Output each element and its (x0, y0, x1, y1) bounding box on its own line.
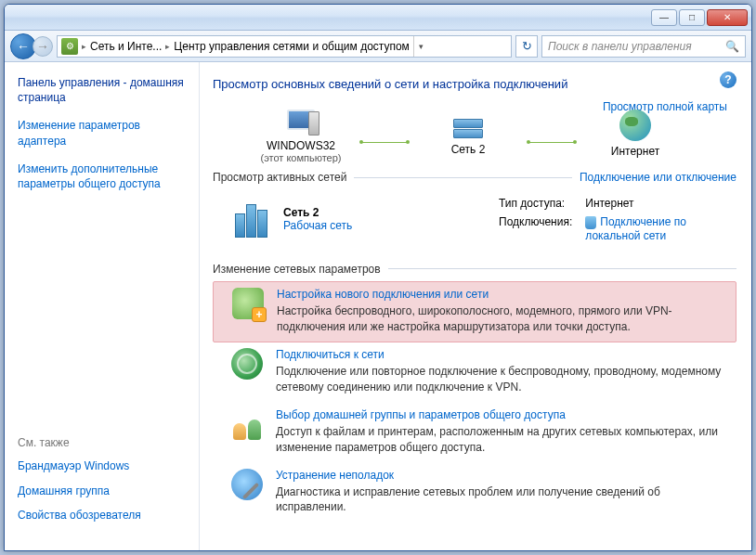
computer-name-label: WINDOWS32 (267, 139, 335, 152)
network-name-label: Сеть 2 (451, 143, 486, 156)
task-desc: Подключение или повторное подключение к … (276, 364, 729, 395)
titlebar: — □ ✕ (5, 5, 751, 31)
full-map-link[interactable]: Просмотр полной карты (603, 100, 727, 113)
sidebar: Панель управления - домашняя страница Из… (5, 62, 200, 550)
minimize-button[interactable]: — (651, 9, 677, 26)
chevron-right-icon: ▸ (82, 42, 86, 51)
navbar: ← → ⚙ ▸ Сеть и Инте... ▸ Центр управлени… (5, 31, 751, 62)
connection-line-icon (361, 142, 408, 143)
advanced-sharing-link[interactable]: Изменить дополнительные параметры общего… (18, 161, 189, 191)
computer-icon (282, 104, 319, 136)
task-desc: Настройка беспроводного, широкополосного… (277, 303, 728, 335)
access-type-value: Интернет (580, 195, 735, 212)
window: — □ ✕ ← → ⚙ ▸ Сеть и Инте... ▸ Центр упр… (4, 4, 752, 551)
connections-label: Подключения: (493, 213, 578, 244)
breadcrumb-sharing-center[interactable]: Центр управления сетями и общим доступом (174, 40, 410, 53)
troubleshoot-icon (231, 469, 263, 500)
network-type-link[interactable]: Рабочая сеть (283, 219, 352, 232)
address-bar[interactable]: ⚙ ▸ Сеть и Инте... ▸ Центр управления се… (57, 35, 512, 58)
breadcrumb-network[interactable]: Сеть и Инте... (90, 40, 162, 53)
map-node-network[interactable]: Сеть 2 (408, 111, 528, 156)
address-dropdown[interactable]: ▾ (413, 36, 428, 57)
ethernet-icon (585, 216, 596, 229)
control-panel-home-link[interactable]: Панель управления - домашняя страница (18, 75, 189, 105)
network-switch-icon (451, 111, 485, 139)
work-network-icon (231, 200, 270, 238)
task-title: Подключиться к сети (276, 348, 729, 361)
lan-connection-link[interactable]: Подключение по локальной сети (585, 215, 686, 242)
task-title: Настройка нового подключения или сети (277, 288, 728, 301)
adapter-settings-link[interactable]: Изменение параметров адаптера (18, 118, 189, 148)
active-networks-label: Просмотр активных сетей (213, 171, 346, 184)
chevron-right-icon: ▸ (165, 42, 170, 51)
new-connection-icon (232, 288, 264, 319)
map-node-internet[interactable]: Интернет (575, 110, 696, 158)
firewall-link[interactable]: Брандмауэр Windows (18, 458, 189, 473)
task-troubleshoot[interactable]: Устранение неполадок Диагностика и испра… (213, 463, 736, 523)
connection-line-icon (528, 142, 575, 143)
internet-label: Интернет (611, 145, 659, 158)
close-button[interactable]: ✕ (707, 9, 748, 26)
page-title: Просмотр основных сведений о сети и наст… (213, 77, 736, 91)
active-networks-section: Просмотр активных сетей Подключение или … (213, 171, 736, 184)
maximize-button[interactable]: □ (679, 9, 705, 26)
network-name: Сеть 2 (283, 206, 352, 219)
task-desc: Диагностика и исправление сетевых пробле… (276, 484, 729, 516)
connect-network-icon (231, 348, 263, 380)
main-content: ? Просмотр основных сведений о сети и на… (200, 62, 751, 550)
change-settings-label: Изменение сетевых параметров (213, 263, 381, 276)
task-title: Устранение неполадок (276, 469, 729, 482)
task-new-connection[interactable]: Настройка нового подключения или сети На… (213, 281, 736, 343)
homegroup-link[interactable]: Домашняя группа (18, 484, 189, 498)
forward-button[interactable]: → (33, 36, 53, 57)
task-title: Выбор домашней группы и параметров общег… (276, 408, 729, 421)
this-computer-label: (этот компьютер) (260, 152, 341, 163)
see-also-label: См. также (18, 436, 189, 449)
connect-disconnect-link[interactable]: Подключение или отключение (580, 171, 736, 184)
network-map: Просмотр полной карты WINDOWS32 (этот ко… (241, 104, 727, 163)
control-panel-icon: ⚙ (61, 38, 78, 55)
map-node-computer[interactable]: WINDOWS32 (этот компьютер) (241, 104, 361, 163)
access-type-label: Тип доступа: (493, 195, 578, 212)
help-icon[interactable]: ? (720, 71, 736, 88)
task-desc: Доступ к файлам и принтерам, расположенн… (276, 424, 729, 456)
search-input[interactable]: Поиск в панели управления (541, 35, 746, 58)
refresh-button[interactable]: ↻ (515, 35, 538, 58)
change-settings-section: Изменение сетевых параметров (213, 263, 736, 276)
task-homegroup[interactable]: Выбор домашней группы и параметров общег… (213, 403, 736, 463)
homegroup-icon (231, 408, 263, 440)
globe-icon (619, 110, 651, 141)
internet-options-link[interactable]: Свойства обозревателя (18, 508, 189, 523)
task-connect-network[interactable]: Подключиться к сети Подключение или повт… (213, 342, 736, 403)
